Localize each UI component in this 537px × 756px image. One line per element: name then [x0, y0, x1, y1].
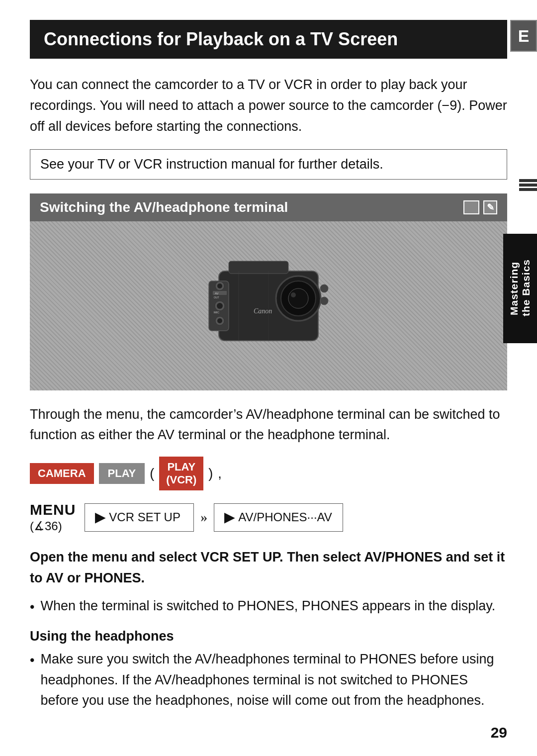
intro-paragraph: You can connect the camcorder to a TV or…: [30, 75, 507, 137]
menu-box2: ▶ AV/PHONES···AV: [214, 503, 343, 532]
bullet-item-1: • When the terminal is switched to PHONE…: [30, 596, 507, 618]
e-badge-letter: E: [518, 26, 530, 46]
bookmark-line-1: [519, 179, 537, 182]
svg-point-11: [217, 284, 222, 288]
svg-point-17: [320, 284, 328, 292]
menu-box1-text: VCR SET UP: [109, 510, 180, 524]
section-header: Switching the AV/headphone terminal ✎: [30, 193, 507, 221]
play-vcr-button: PLAY (VCR): [159, 457, 203, 490]
bookmark-line-2: [519, 184, 537, 187]
bookmark-line-3: [519, 188, 537, 191]
svg-text:OUT: OUT: [214, 296, 219, 299]
pencil-icon: ✎: [483, 200, 497, 214]
svg-point-13: [217, 303, 223, 309]
tape-icon: [463, 200, 479, 214]
camera-illustration: AV OUT MIC Canon: [189, 241, 348, 371]
menu-subtext: (∡36): [30, 519, 76, 533]
svg-point-15: [217, 318, 222, 323]
camera-button: CAMERA: [30, 463, 94, 484]
menu-label: MENU: [30, 501, 76, 518]
page-number: 29: [491, 724, 507, 741]
svg-text:Canon: Canon: [254, 307, 272, 315]
svg-text:AV: AV: [215, 292, 219, 295]
menu-box1: ▶ VCR SET UP: [85, 503, 194, 532]
side-label: Mastering the Basics: [503, 234, 537, 343]
page-title: Connections for Playback on a TV Screen: [30, 20, 507, 59]
svg-text:MIC: MIC: [214, 311, 220, 314]
section-header-icons: ✎: [463, 200, 497, 214]
menu-row: MENU (∡36) ▶ VCR SET UP » ▶ AV/PHONES···…: [30, 501, 507, 533]
section-header-text: Switching the AV/headphone terminal: [40, 199, 288, 215]
menu-label-block: MENU (∡36): [30, 501, 76, 533]
e-badge: E: [510, 20, 537, 52]
menu-box2-text: AV/PHONES···AV: [238, 510, 332, 524]
title-text: Connections for Playback on a TV Screen: [44, 29, 398, 49]
info-box: See your TV or VCR instruction manual fo…: [30, 149, 507, 180]
menu-description: Through the menu, the camcorder’s AV/hea…: [30, 404, 507, 446]
bookmark-lines: [519, 179, 537, 191]
svg-point-3: [288, 288, 308, 308]
button-row: CAMERA PLAY ( PLAY (VCR) ) ,: [30, 457, 507, 490]
svg-point-4: [291, 292, 296, 297]
menu-separator: »: [194, 507, 214, 527]
svg-point-18: [320, 297, 328, 305]
camera-background: AV OUT MIC Canon: [30, 221, 507, 390]
using-headphones-section: Using the headphones • Make sure you swi…: [30, 629, 507, 712]
svg-rect-5: [229, 261, 288, 274]
using-headphones-title: Using the headphones: [30, 629, 507, 644]
bold-instruction: Open the menu and select VCR SET UP. The…: [30, 547, 507, 589]
camera-image-area: AV OUT MIC Canon: [30, 221, 507, 390]
play-button: PLAY: [99, 463, 145, 484]
headphones-bullet: • Make sure you switch the AV/headphones…: [30, 649, 507, 712]
